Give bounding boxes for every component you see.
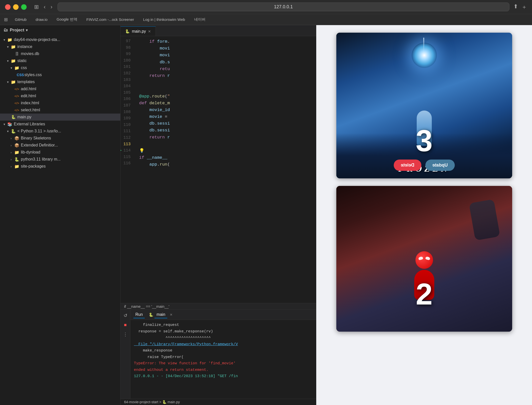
edit-html-icon: </>: [14, 93, 20, 99]
project-header[interactable]: 🗂 Project ▾: [0, 25, 120, 35]
bookmark-thinkorswim[interactable]: Log in | thinkorswim Web: [141, 16, 187, 23]
bookmarks-grid-icon[interactable]: ⊞: [4, 17, 8, 22]
forward-button[interactable]: ›: [49, 3, 53, 11]
movie-card-spiderman[interactable]: 2: [336, 186, 512, 332]
run-stop-button[interactable]: ■: [122, 321, 129, 329]
bookmark-naver[interactable]: 네이버: [192, 16, 207, 23]
run-line-request: 127.0.0.1 - - [04/Dec/2023 13:52:10] "GE…: [134, 373, 313, 380]
root-folder-label: day64-movie-project-sta...: [14, 37, 60, 42]
lib-dynload[interactable]: › 📁 lib-dynload: [0, 149, 120, 156]
main-py-tab[interactable]: 🐍 main.py ✕: [121, 26, 156, 36]
editor-tabs: 🐍 main.py ✕: [121, 25, 316, 36]
bookmark-finviz[interactable]: FINVIZ.com -...ock Screener: [84, 16, 136, 23]
code-line-100: db.s: [139, 59, 316, 66]
site-packages[interactable]: › 📁 site-packages: [0, 163, 120, 170]
instance-folder-label: instance: [17, 44, 32, 49]
back-button[interactable]: ‹: [43, 3, 46, 11]
bookmark-drawio[interactable]: draw.io: [34, 16, 50, 23]
browser-content[interactable]: 3 FROZEN Delete Update: [316, 25, 532, 405]
binary-skeletons-icon: 📦: [14, 135, 20, 141]
code-line-109: db.sessi: [139, 120, 316, 127]
project-chevron: ▾: [26, 28, 28, 32]
py-chevron-icon: ▾: [7, 129, 11, 133]
code-line-110: db.sessi: [139, 127, 316, 134]
python-icon: 🐍: [11, 128, 16, 134]
extended-def-icon: 📦: [14, 142, 20, 148]
code-line-108: movie =: [139, 113, 316, 120]
static-folder-icon: 📁: [11, 58, 16, 64]
static-chevron-icon: ▾: [7, 59, 11, 63]
new-tab-icon[interactable]: ＋: [521, 3, 527, 11]
minimize-button[interactable]: [13, 4, 19, 10]
code-line-98: movi: [139, 45, 316, 52]
bookmark-github[interactable]: GitHub: [13, 16, 29, 23]
traffic-lights: [5, 4, 27, 10]
static-folder-label: static: [17, 59, 27, 63]
app-container: ⊞ ‹ › 127.0.0.1 ⬆ ＋ ⊞ GitHub draw.io Goo…: [0, 0, 532, 405]
close-button[interactable]: [5, 4, 11, 10]
frozen-update-button[interactable]: Update: [425, 160, 455, 171]
external-libraries[interactable]: ▾ 📚 External Libraries: [0, 121, 120, 128]
tab-close-icon[interactable]: ✕: [148, 29, 151, 33]
spider-eye-right: [425, 256, 430, 260]
code-line-99: movi: [139, 52, 316, 59]
movies-db-file[interactable]: 🗄 movies.db: [0, 50, 120, 57]
frozen-delete-button[interactable]: Delete: [394, 160, 421, 171]
select-html-file[interactable]: </> select.html: [0, 107, 120, 114]
tab-py-icon: 🐍: [125, 29, 130, 34]
spider-eye-left: [418, 256, 423, 260]
sidebar-toggle-button[interactable]: ⊞: [33, 3, 40, 11]
styles-css-file[interactable]: CSS styles.css: [0, 71, 120, 78]
root-folder-icon: 📁: [7, 37, 13, 42]
frozen-number: 3: [416, 126, 433, 156]
python311-icon: 🐍: [14, 157, 20, 162]
python-version[interactable]: ▾ 🐍 < Python 3.11 > /usr/lo...: [0, 128, 120, 135]
frozen-ray-1: [423, 38, 424, 53]
run-line-type-error: TypeError: The view function for 'find_m…: [134, 360, 313, 367]
bottom-status-bar: 64-movie-project-start > 🐍 main.py: [121, 399, 316, 405]
index-html-file[interactable]: </> index.html: [0, 99, 120, 107]
ext-def-chevron-icon: ›: [11, 143, 14, 147]
select-html-icon: </>: [14, 107, 20, 113]
main-py-file[interactable]: 🐍 main.py: [0, 114, 120, 121]
ide-sidebar: 🗂 Project ▾ ▾ 📁 day64-movie-project-sta.…: [0, 25, 121, 405]
lib-dynload-chevron-icon: ›: [11, 150, 14, 154]
instance-folder[interactable]: ▾ 📁 instance: [0, 43, 120, 50]
address-bar[interactable]: 127.0.0.1: [58, 3, 509, 11]
run-line-return-error: ended without a return statement.: [134, 367, 313, 373]
run-restart-button[interactable]: ↺: [122, 312, 129, 319]
run-main-tab[interactable]: main: [154, 311, 167, 318]
code-line-101: retu: [139, 66, 316, 72]
edit-html-file[interactable]: </> edit.html: [0, 92, 120, 99]
movie-card-frozen[interactable]: 3 FROZEN Delete Update: [336, 33, 512, 178]
css-chevron-icon: ▾: [11, 66, 14, 70]
css-folder-label: css: [21, 66, 27, 70]
run-tab[interactable]: Run: [133, 311, 145, 318]
editor-status-bar: if __name__ == '__main__': [121, 303, 316, 310]
bookmark-google-translate[interactable]: Google 번역: [55, 16, 79, 23]
status-bar-text: if __name__ == '__main__': [124, 304, 169, 309]
extended-definitions[interactable]: › 📦 Extended Definitior...: [0, 142, 120, 149]
run-main-tab-close[interactable]: ✕: [170, 313, 173, 317]
binary-skeletons[interactable]: › 📦 Binary Skeletons: [0, 135, 120, 142]
python311-folder[interactable]: › 🐍 python3.11 library m...: [0, 156, 120, 163]
css-folder[interactable]: ▾ 📁 css: [0, 64, 120, 71]
code-area[interactable]: 97 98 99 100 101 102 103 104 105 106 107…: [121, 36, 316, 303]
ext-libs-icon: 📚: [7, 121, 13, 127]
run-line-file-link[interactable]: File "/Library/Frameworks/Python.framewo…: [134, 341, 313, 348]
spider-head: [415, 251, 433, 269]
root-folder[interactable]: ▾ 📁 day64-movie-project-sta...: [0, 36, 120, 43]
instance-folder-icon: 📁: [11, 44, 16, 49]
code-line-104: [139, 86, 316, 93]
run-line-carets: ^^^^^^^^^^^^^^^^^^^^: [134, 335, 313, 341]
maximize-button[interactable]: [21, 4, 27, 10]
templates-folder-icon: 📁: [11, 79, 16, 85]
project-icon: 🗂: [4, 28, 8, 33]
frozen-poster: 3 FROZEN Delete Update: [336, 33, 512, 178]
add-html-file[interactable]: </> add.html: [0, 85, 120, 92]
share-icon[interactable]: ⬆: [513, 3, 518, 11]
templates-folder[interactable]: ▾ 📁 templates: [0, 78, 120, 85]
static-folder[interactable]: ▾ 📁 static: [0, 57, 120, 64]
code-content[interactable]: if form. movi movi db.s retu return r @a…: [136, 36, 316, 303]
run-more-button[interactable]: ⋮: [122, 331, 129, 338]
